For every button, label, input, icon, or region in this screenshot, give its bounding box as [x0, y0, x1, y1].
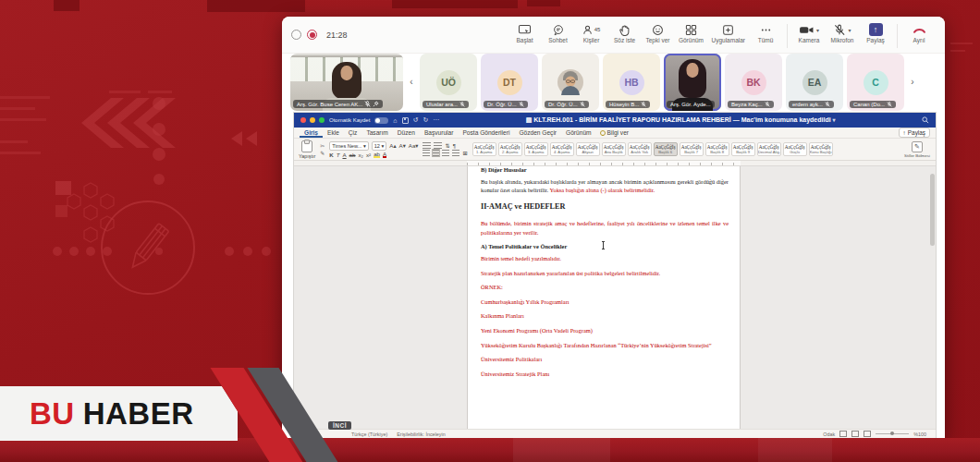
- tab-ekle[interactable]: Ekle: [323, 128, 344, 138]
- tab-ciz[interactable]: Çiz: [344, 128, 362, 138]
- focus-mode-button[interactable]: Odak: [823, 432, 835, 437]
- document-page[interactable]: B) Diğer Hususlar Bu başlık altında, yuk…: [467, 166, 741, 429]
- autosave-toggle[interactable]: [374, 117, 388, 124]
- style-item[interactable]: AaÇçĞğİşDecimal Alig...: [757, 142, 781, 156]
- macos-window-controls[interactable]: [300, 117, 325, 123]
- style-item[interactable]: AaÇçĞğİşKonu Başlığı: [809, 142, 833, 156]
- shrink-font-icon[interactable]: A▾: [399, 142, 406, 149]
- style-item[interactable]: AaÇçĞğİş4. Aşama: [550, 142, 574, 156]
- cut-icon[interactable]: ✂: [320, 142, 325, 149]
- participant-tile[interactable]: HB Hüseyin B...: [603, 54, 660, 111]
- participant-tile[interactable]: EA erdem ayk...: [786, 54, 843, 111]
- participant-tile-active-speaker[interactable]: Arş. Gör. Ayde...: [664, 54, 721, 111]
- react-button[interactable]: Tepki ver: [642, 21, 675, 45]
- more-commands-icon[interactable]: ⋯: [433, 116, 439, 124]
- style-item[interactable]: AaÇçĞğİşBaşlık 7: [680, 142, 704, 156]
- style-item-selected[interactable]: AaÇçĞğİşBaşlık 6: [654, 142, 678, 156]
- quick-access-icons: ⌂ ↺ ↻ ⋯: [393, 116, 439, 124]
- participant-tile[interactable]: UÖ Uluslar ara...: [420, 54, 477, 111]
- view-button[interactable]: Görünüm: [675, 21, 708, 45]
- mic-dropdown-icon[interactable]: ▾: [848, 27, 851, 33]
- print-layout-view-icon[interactable]: [839, 431, 847, 437]
- italic-button[interactable]: T: [337, 152, 340, 158]
- chat-button[interactable]: Sohbet: [542, 21, 575, 45]
- grow-font-icon[interactable]: A▴: [389, 142, 396, 149]
- web-layout-view-icon[interactable]: [851, 431, 859, 437]
- strip-scroll-right[interactable]: ›: [908, 54, 917, 111]
- undo-icon[interactable]: ↺: [413, 116, 419, 124]
- minimize-window-icon[interactable]: [310, 117, 315, 123]
- tab-gorunum[interactable]: Görünüm: [561, 128, 596, 138]
- video-tile-buse-ceren[interactable]: Arş. Gör. Buse Ceren AK...: [290, 54, 403, 111]
- raise-hand-button[interactable]: Söz iste: [608, 21, 642, 45]
- camera-dropdown-icon[interactable]: ▾: [816, 27, 819, 33]
- tell-me-button[interactable]: Bilgi ver: [600, 129, 629, 136]
- accessibility-status[interactable]: Erişilebilirlik: İnceleyin: [397, 432, 445, 437]
- word-share-button[interactable]: ↑ Paylaş: [899, 128, 930, 138]
- tab-gozden-gecir[interactable]: Gözden Geçir: [514, 128, 561, 138]
- title-dropdown-icon[interactable]: ▾: [833, 117, 836, 123]
- home-icon[interactable]: ⌂: [393, 117, 397, 124]
- tab-giris[interactable]: Giriş: [300, 128, 323, 138]
- participant-tile[interactable]: Dr. Öğr. Ü...: [542, 54, 599, 111]
- subscript-button[interactable]: x₂: [359, 152, 364, 158]
- bullet-list-icon[interactable]: [423, 142, 431, 149]
- change-case-icon[interactable]: Aa▾: [409, 142, 419, 149]
- tab-basvurular[interactable]: Başvurular: [420, 128, 459, 138]
- tab-duzen[interactable]: Düzen: [393, 128, 420, 138]
- camera-button[interactable]: ▾ Kamera: [792, 21, 826, 45]
- people-button[interactable]: 45 Kişiler: [575, 21, 608, 45]
- screen-share-icon: [518, 23, 532, 36]
- paste-button[interactable]: Yapıştır: [299, 140, 315, 159]
- font-name-select[interactable]: Times New... ▾: [329, 141, 369, 151]
- search-icon[interactable]: [922, 116, 929, 124]
- tab-tasarim[interactable]: Tasarım: [361, 128, 392, 138]
- close-window-icon[interactable]: [300, 117, 306, 123]
- underline-button[interactable]: A: [342, 152, 346, 158]
- format-painter-icon[interactable]: ✎: [320, 150, 325, 156]
- bold-button[interactable]: K: [329, 152, 333, 158]
- style-item[interactable]: AaÇçĞğİş1. Aşama: [472, 142, 496, 156]
- participant-tile[interactable]: BK Beyza Kaç...: [725, 54, 782, 111]
- language-status[interactable]: Türkçe (Türkiye): [351, 432, 387, 437]
- zoom-window-icon[interactable]: [319, 117, 325, 123]
- style-item[interactable]: AaÇçĞğİşAna Başlık: [602, 142, 626, 156]
- vertical-scrollbar[interactable]: [930, 168, 935, 427]
- strip-scroll-left[interactable]: ‹: [407, 54, 416, 111]
- save-icon[interactable]: [402, 117, 409, 124]
- align-left-icon[interactable]: [423, 150, 430, 156]
- zoom-slider[interactable]: [876, 433, 909, 434]
- align-right-icon[interactable]: [442, 150, 449, 156]
- start-share-button[interactable]: Başlat: [508, 21, 542, 45]
- highlight-color-button[interactable]: ab: [374, 152, 380, 158]
- style-item[interactable]: AaÇçĞğİşGüçlü: [783, 142, 807, 156]
- microphone-button[interactable]: ▾ Mikrofon: [826, 21, 859, 45]
- style-item[interactable]: AaÇçĞğİşBaşlık 9: [731, 142, 755, 156]
- apps-button[interactable]: Uygulamalar: [708, 21, 750, 45]
- outline-view-icon[interactable]: [864, 431, 871, 437]
- borders-icon[interactable]: ⊞: [462, 150, 467, 156]
- font-size-select[interactable]: 12 ▾: [372, 141, 387, 151]
- participant-tile[interactable]: C Canan (Do...: [847, 54, 904, 111]
- tab-posta-gonderileri[interactable]: Posta Gönderileri: [458, 128, 514, 138]
- leave-button[interactable]: Ayrıl: [902, 21, 936, 45]
- style-item[interactable]: AaÇçĞğİşBaşlık 8: [705, 142, 729, 156]
- styles-pane-button[interactable]: ✎ Stiller Bölmesi: [903, 140, 931, 159]
- justify-icon[interactable]: [452, 150, 459, 156]
- redo-icon[interactable]: ↻: [423, 116, 428, 124]
- style-item[interactable]: AaÇçĞğİşAralık Yok: [628, 142, 652, 156]
- style-item[interactable]: AaÇçĞğİş2. Aşama: [498, 142, 522, 156]
- numbered-list-icon[interactable]: [434, 142, 442, 149]
- strikethrough-button[interactable]: ab: [349, 152, 356, 158]
- style-item[interactable]: AaÇçĞğİşAltyazı: [576, 142, 600, 156]
- pilcrow-icon[interactable]: ¶: [453, 142, 456, 149]
- participant-tile[interactable]: DT Dr. Öğr. Ü...: [481, 54, 538, 111]
- style-item[interactable]: AaÇçĞğİş3. Aşama: [524, 142, 548, 156]
- share-tray-button[interactable]: ↑ Paylaş: [859, 21, 892, 45]
- sort-icon[interactable]: ⇅: [445, 142, 449, 149]
- align-center-icon[interactable]: [433, 150, 439, 156]
- more-button[interactable]: Tümü: [749, 21, 782, 45]
- font-color-button[interactable]: A: [383, 152, 386, 158]
- scrollbar-thumb[interactable]: [930, 174, 935, 246]
- superscript-button[interactable]: x²: [366, 152, 371, 158]
